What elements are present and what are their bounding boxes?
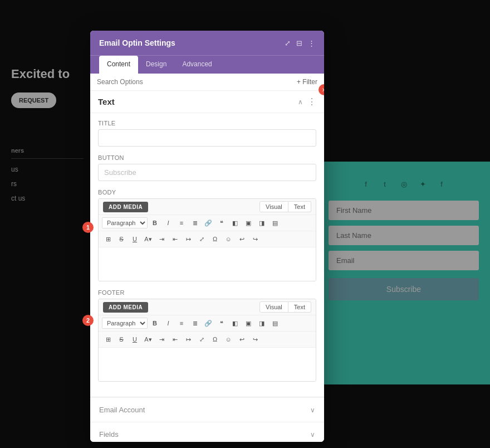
footer-editor-content[interactable] — [99, 348, 316, 381]
body-toolbar-row1: Paragraph B I ≡ ≣ 🔗 ❝ ◧ ▣ ◨ ▤ — [99, 215, 316, 231]
footer-emoji-button[interactable]: ☺ — [222, 333, 234, 345]
body-indent-button[interactable]: ⇥ — [155, 233, 168, 245]
more-icon[interactable]: ⋮ — [308, 39, 315, 47]
button-field-input[interactable] — [98, 164, 316, 181]
footer-link-button[interactable]: 🔗 — [202, 317, 214, 329]
body-bold-button[interactable]: B — [149, 217, 161, 229]
body-indent2-button[interactable]: ↦ — [182, 233, 194, 245]
body-redo-button[interactable]: ↪ — [249, 233, 261, 245]
body-align-right-button[interactable]: ◨ — [256, 217, 268, 229]
footer-field-group: Footer ADD MEDIA Visual Text Paragraph — [98, 289, 316, 382]
modal-header-icons: ⤢ ⊟ ⋮ — [285, 39, 315, 47]
footer-special-char-button[interactable]: Ω — [209, 333, 221, 345]
body-align-center-button[interactable]: ▣ — [242, 217, 254, 229]
footer-align-left-button[interactable]: ◧ — [229, 317, 241, 329]
body-special-char-button[interactable]: Ω — [209, 233, 221, 245]
title-field-label: Title — [98, 120, 316, 126]
section-content: Title Button Body ADD MEDIA Visua — [90, 113, 324, 396]
body-field-label: Body — [98, 189, 316, 196]
body-link-button[interactable]: 🔗 — [202, 217, 214, 229]
footer-visual-tab[interactable]: Visual — [259, 301, 288, 313]
tab-advanced[interactable]: Advanced — [174, 56, 219, 74]
body-ol-button[interactable]: ≣ — [189, 217, 201, 229]
body-ul-button[interactable]: ≡ — [175, 217, 188, 229]
body-editor-top: ADD MEDIA Visual Text — [99, 199, 316, 215]
footer-italic-button[interactable]: I — [162, 317, 174, 329]
footer-undo-button[interactable]: ↩ — [236, 333, 248, 345]
body-fullscreen-button[interactable]: ⤢ — [195, 233, 208, 245]
body-align-left-button[interactable]: ◧ — [229, 217, 241, 229]
split-icon[interactable]: ⊟ — [296, 39, 302, 47]
footer-align-right-button[interactable]: ◨ — [256, 317, 268, 329]
settings-modal: Email Optin Settings ⤢ ⊟ ⋮ Content Desig… — [90, 31, 324, 442]
footer-strikethrough-button[interactable]: S — [115, 333, 128, 345]
body-editor: ADD MEDIA Visual Text Paragraph B I — [98, 198, 316, 281]
footer-editor: ADD MEDIA Visual Text Paragraph B I — [98, 299, 316, 382]
fields-chevron-icon: ∨ — [310, 431, 315, 439]
footer-field-label: Footer — [98, 289, 316, 296]
footer-outdent-button[interactable]: ⇤ — [169, 333, 181, 345]
body-visual-tab[interactable]: Visual — [259, 201, 288, 212]
body-add-media-button[interactable]: ADD MEDIA — [103, 202, 148, 212]
footer-indent-button[interactable]: ⇥ — [155, 333, 168, 345]
section-collapse-icon[interactable]: ∧ — [298, 98, 303, 106]
body-undo-button[interactable]: ↩ — [236, 233, 248, 245]
footer-ul-button[interactable]: ≡ — [175, 317, 188, 329]
section-title: Text — [98, 97, 115, 106]
body-toolbar-row2: ⊞ S U A▾ ⇥ ⇤ ↦ ⤢ Ω ☺ ↩ ↪ — [99, 231, 316, 247]
body-paragraph-select[interactable]: Paragraph — [102, 217, 148, 228]
text-section: Text ∧ ⋮ Title Button — [90, 91, 324, 396]
modal-tabs: Content Design Advanced — [90, 55, 324, 74]
title-field-input[interactable] — [98, 129, 316, 147]
body-field-group: Body ADD MEDIA Visual Text Paragraph — [98, 189, 316, 281]
footer-text-tab[interactable]: Text — [288, 301, 311, 313]
footer-editor-top: ADD MEDIA Visual Text — [99, 299, 316, 315]
footer-visual-text-tabs: Visual Text — [259, 301, 311, 313]
section-controls: ∧ ⋮ — [298, 96, 316, 107]
tab-design[interactable]: Design — [138, 56, 174, 74]
body-emoji-button[interactable]: ☺ — [222, 233, 234, 245]
body-italic-button[interactable]: I — [162, 217, 174, 229]
footer-fullscreen-button[interactable]: ⤢ — [195, 333, 208, 345]
body-font-color-button[interactable]: A▾ — [142, 233, 154, 245]
footer-underline-button[interactable]: U — [129, 333, 141, 345]
footer-indent2-button[interactable]: ↦ — [182, 333, 194, 345]
email-account-label: Email Account — [99, 406, 145, 414]
filter-button[interactable]: + Filter — [297, 78, 317, 86]
button-field-label: Button — [98, 154, 316, 161]
search-bar: + Filter — [90, 74, 324, 91]
fields-label: Fields — [99, 430, 119, 439]
button-field-group: Button — [98, 154, 316, 181]
badge-2: 2 — [82, 315, 94, 326]
section-header: Text ∧ ⋮ — [90, 91, 324, 113]
badge-1: 1 — [82, 222, 94, 233]
footer-redo-button[interactable]: ↪ — [249, 333, 261, 345]
footer-align-center-button[interactable]: ▣ — [242, 317, 254, 329]
section-menu-icon[interactable]: ⋮ — [307, 96, 316, 107]
footer-add-media-button[interactable]: ADD MEDIA — [103, 302, 148, 313]
body-outdent-button[interactable]: ⇤ — [169, 233, 181, 245]
footer-bold-button[interactable]: B — [149, 317, 161, 329]
body-editor-content[interactable] — [99, 247, 316, 281]
footer-ol-button[interactable]: ≣ — [189, 317, 201, 329]
email-account-chevron-icon: ∨ — [310, 406, 315, 414]
footer-quote-button[interactable]: ❝ — [215, 317, 228, 329]
fullscreen-icon[interactable]: ⤢ — [285, 39, 291, 47]
body-table-button[interactable]: ⊞ — [102, 233, 114, 245]
body-strikethrough-button[interactable]: S — [115, 233, 128, 245]
title-field-group: Title — [98, 120, 316, 147]
fields-row[interactable]: Fields ∨ — [90, 422, 324, 442]
tab-content[interactable]: Content — [99, 56, 138, 74]
body-quote-button[interactable]: ❝ — [215, 217, 228, 229]
footer-align-justify-button[interactable]: ▤ — [269, 317, 281, 329]
modal-header: Email Optin Settings ⤢ ⊟ ⋮ — [90, 31, 324, 55]
footer-font-color-button[interactable]: A▾ — [142, 333, 154, 345]
body-underline-button[interactable]: U — [129, 233, 141, 245]
footer-table-button[interactable]: ⊞ — [102, 333, 114, 345]
body-text-tab[interactable]: Text — [288, 201, 311, 212]
search-input[interactable] — [97, 78, 293, 86]
body-visual-text-tabs: Visual Text — [259, 201, 311, 212]
footer-paragraph-select[interactable]: Paragraph — [102, 318, 148, 329]
body-align-justify-button[interactable]: ▤ — [269, 217, 281, 229]
email-account-row[interactable]: Email Account ∨ — [90, 397, 324, 422]
